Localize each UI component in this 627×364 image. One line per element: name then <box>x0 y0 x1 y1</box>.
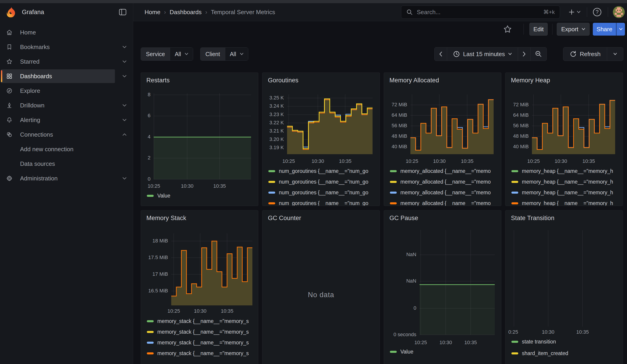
breadcrumb-separator: › <box>164 9 166 16</box>
help-button[interactable]: ? <box>592 7 602 17</box>
variable-service: ServiceAll <box>141 48 193 61</box>
active-indicator <box>1 70 2 82</box>
search-input[interactable] <box>416 8 540 16</box>
chevron-down-icon[interactable] <box>122 74 127 79</box>
search-box[interactable]: ⌘+k <box>401 5 560 19</box>
panel-memory-allocated: Memory Allocated72 MiB64 MiB56 MiB48 MiB… <box>384 73 501 206</box>
sidebar-item-home[interactable]: Home <box>0 25 133 40</box>
sidebar-nav: HomeBookmarksStarredDashboardsExploreDri… <box>0 21 133 364</box>
chevron-down-icon[interactable] <box>122 176 127 181</box>
legend-item[interactable]: Value <box>390 346 500 357</box>
star-icon <box>6 58 13 65</box>
chevron-up-icon[interactable] <box>122 132 127 137</box>
search-shortcut: ⌘+k <box>543 9 555 15</box>
legend-label: memory_stack {__name__="memory_s <box>157 318 249 324</box>
sidebar-item-connections[interactable]: Connections <box>0 127 133 142</box>
sidebar-item-administration[interactable]: Administration <box>0 171 133 186</box>
chevron-down-icon[interactable] <box>122 59 127 64</box>
edit-button[interactable]: Edit <box>529 23 548 36</box>
legend-item[interactable]: Value <box>147 190 257 201</box>
sidebar-item-dashboards[interactable]: Dashboards <box>0 69 133 84</box>
legend-item[interactable]: memory_stack {__name__="memory_s <box>147 316 257 327</box>
sidebar-item-starred[interactable]: Starred <box>0 54 133 69</box>
legend-item[interactable]: memory_allocated {__name__="memo <box>390 198 500 206</box>
zoom-out-button[interactable] <box>530 48 547 61</box>
svg-text:NaN: NaN <box>406 278 416 284</box>
legend-item[interactable]: num_goroutines {__name__="num_go <box>268 166 378 177</box>
legend-item[interactable]: num_goroutines {__name__="num_go <box>268 177 378 187</box>
share-button[interactable]: Share <box>593 23 616 36</box>
export-button[interactable]: Export <box>557 23 590 36</box>
legend: state transitionshard_item_created <box>511 336 621 359</box>
svg-text:10:30: 10:30 <box>555 158 567 164</box>
toolbar-divider <box>552 24 552 35</box>
sidebar-toggle-icon[interactable] <box>119 8 127 16</box>
legend-swatch <box>511 352 518 354</box>
refresh-button[interactable]: Refresh <box>563 48 607 61</box>
refresh-controls: Refresh <box>563 47 623 61</box>
breadcrumb-item[interactable]: Home <box>145 9 160 16</box>
restarts-chart[interactable]: 8642010:2510:3010:35 <box>141 73 258 206</box>
legend-item[interactable]: memory_allocated {__name__="memo <box>390 187 500 198</box>
legend-label: memory_heap {__name__="memory_h <box>522 168 613 174</box>
legend-item[interactable]: memory_allocated {__name__="memo <box>390 166 500 177</box>
share-dropdown-button[interactable] <box>616 23 625 36</box>
add-button[interactable] <box>565 6 584 18</box>
svg-text:0: 0 <box>414 305 416 311</box>
legend-swatch <box>511 181 518 183</box>
time-shift-forward-button[interactable] <box>518 48 530 61</box>
legend-item[interactable]: num_goroutines {__name__="num_go <box>268 198 378 206</box>
legend-label: memory_stack {__name__="memory_s <box>157 350 249 357</box>
variable-value-dropdown[interactable]: All <box>170 48 193 60</box>
svg-text:10:30: 10:30 <box>542 329 554 335</box>
sidebar-item-drilldown[interactable]: Drilldown <box>0 98 133 113</box>
svg-text:10:30: 10:30 <box>433 158 446 164</box>
variable-label: Client <box>200 48 225 60</box>
svg-text:40 MiB: 40 MiB <box>392 144 407 149</box>
gc-pause-chart[interactable]: NaNNaN00 seconds10:2510:3010:35 <box>384 210 501 364</box>
legend-item[interactable]: memory_heap {__name__="memory_h <box>511 177 621 187</box>
sidebar-item-label: Alerting <box>20 116 40 124</box>
legend-item[interactable]: memory_stack {__name__="memory_s <box>147 327 257 337</box>
time-shift-back-button[interactable] <box>435 48 447 61</box>
grafana-logo-icon[interactable] <box>6 7 16 17</box>
svg-text:10:25: 10:25 <box>282 158 295 164</box>
sidebar-item-bookmarks[interactable]: Bookmarks <box>0 40 133 54</box>
sidebar-item-add-new-connection[interactable]: Add new connection <box>0 142 133 156</box>
legend-item[interactable]: memory_heap {__name__="memory_h <box>511 187 621 198</box>
favorite-star-button[interactable] <box>503 25 512 34</box>
legend-swatch <box>390 170 397 172</box>
svg-text:3.24 K: 3.24 K <box>269 103 284 109</box>
breadcrumb-separator: › <box>205 9 207 16</box>
svg-text:10:35: 10:35 <box>576 329 589 335</box>
legend-swatch <box>268 202 275 204</box>
refresh-interval-dropdown[interactable] <box>607 48 623 61</box>
legend-item[interactable]: memory_allocated {__name__="memo <box>390 177 500 187</box>
legend-swatch <box>511 192 518 194</box>
svg-text:10:25: 10:25 <box>167 308 180 314</box>
sidebar-item-explore[interactable]: Explore <box>0 84 133 98</box>
connections-icon <box>6 131 13 138</box>
legend-item[interactable]: num_goroutines {__name__="num_go <box>268 187 378 198</box>
legend-item[interactable]: memory_heap {__name__="memory_h <box>511 198 621 206</box>
sidebar-item-alerting[interactable]: Alerting <box>0 113 133 127</box>
legend-item[interactable]: state transition <box>511 336 621 348</box>
breadcrumb-item[interactable]: Dashboards <box>170 9 202 16</box>
panel-title[interactable]: GC Counter <box>268 215 301 222</box>
legend-item[interactable]: memory_stack {__name__="memory_s <box>147 337 257 348</box>
variable-value-dropdown[interactable]: All <box>225 48 248 60</box>
sidebar-item-label: Starred <box>20 58 40 65</box>
legend-item[interactable]: shard_item_created <box>511 348 621 359</box>
sidebar-item-label: Home <box>20 29 36 36</box>
legend-item[interactable]: memory_stack {__name__="memory_s <box>147 348 257 359</box>
chevron-down-icon <box>240 53 244 55</box>
svg-text:2: 2 <box>148 155 151 160</box>
avatar[interactable] <box>613 6 625 18</box>
chevron-down-icon[interactable] <box>122 103 127 108</box>
legend-item[interactable]: memory_heap {__name__="memory_h <box>511 166 621 177</box>
time-range-picker[interactable]: Last 15 minutes <box>447 48 518 61</box>
sidebar-item-data-sources[interactable]: Data sources <box>0 156 133 171</box>
chevron-down-icon[interactable] <box>122 117 127 122</box>
chevron-down-icon[interactable] <box>122 45 127 50</box>
legend: memory_allocated {__name__="memomemory_a… <box>390 166 500 206</box>
